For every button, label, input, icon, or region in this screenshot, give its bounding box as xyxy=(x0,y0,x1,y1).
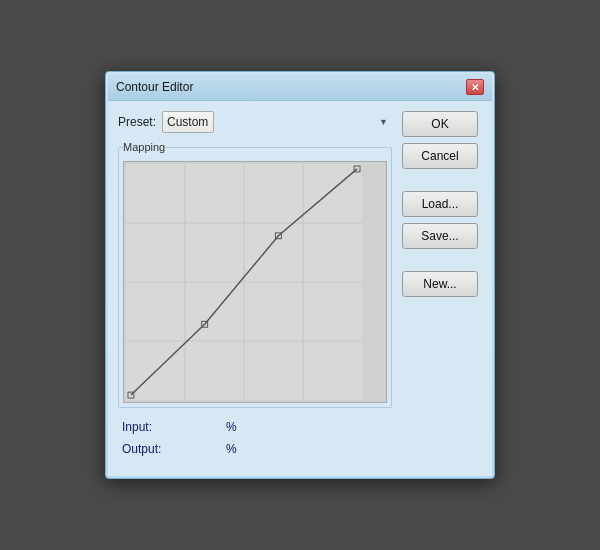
left-panel: Preset: Custom Mapping xyxy=(118,111,392,466)
input-row: Input: % xyxy=(122,420,392,434)
io-section: Input: % Output: % xyxy=(118,416,392,466)
ok-button[interactable]: OK xyxy=(402,111,478,137)
button-spacer-2 xyxy=(402,255,482,265)
contour-editor-dialog: Contour Editor ✕ Preset: Custom Mapping xyxy=(105,71,495,479)
close-button[interactable]: ✕ xyxy=(466,79,484,95)
preset-select-wrapper: Custom xyxy=(162,111,392,133)
input-label: Input: xyxy=(122,420,174,434)
button-spacer-1 xyxy=(402,175,482,185)
dialog-content: Preset: Custom Mapping xyxy=(108,101,492,476)
preset-select[interactable]: Custom xyxy=(162,111,214,133)
mapping-canvas-wrapper xyxy=(123,161,387,403)
load-button[interactable]: Load... xyxy=(402,191,478,217)
mapping-group: Mapping xyxy=(118,141,392,408)
output-row: Output: % xyxy=(122,442,392,456)
preset-row: Preset: Custom xyxy=(118,111,392,133)
mapping-canvas[interactable] xyxy=(126,164,362,400)
mapping-legend: Mapping xyxy=(123,141,165,153)
title-bar: Contour Editor ✕ xyxy=(108,74,492,101)
output-label: Output: xyxy=(122,442,174,456)
dialog-title: Contour Editor xyxy=(116,80,193,94)
new-button[interactable]: New... xyxy=(402,271,478,297)
preset-label: Preset: xyxy=(118,115,156,129)
right-panel: OK Cancel Load... Save... New... xyxy=(402,111,482,466)
save-button[interactable]: Save... xyxy=(402,223,478,249)
input-percent: % xyxy=(226,420,237,434)
output-percent: % xyxy=(226,442,237,456)
cancel-button[interactable]: Cancel xyxy=(402,143,478,169)
